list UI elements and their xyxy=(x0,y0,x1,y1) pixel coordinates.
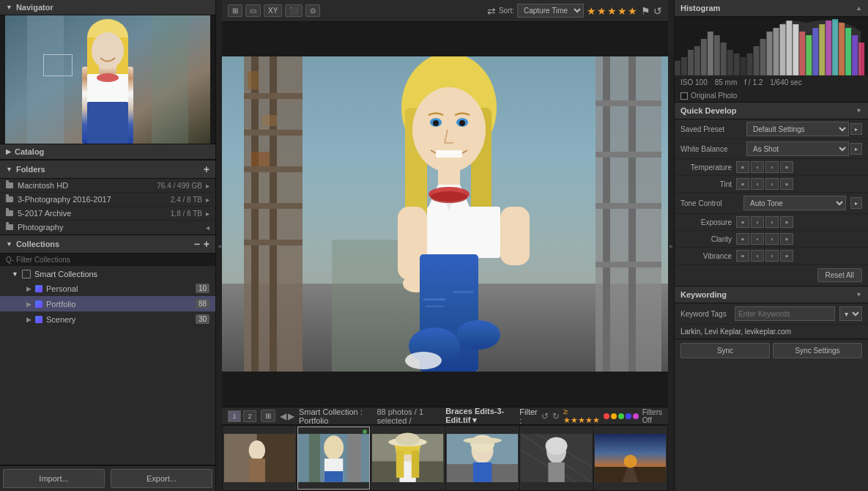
white-balance-btn[interactable]: ▸ xyxy=(850,143,862,155)
rotate-button[interactable]: ↺ xyxy=(653,5,662,17)
saved-preset-btn[interactable]: ▸ xyxy=(850,123,862,135)
collapse-arrow-right-icon: ▸ xyxy=(669,242,673,250)
svg-rect-103 xyxy=(714,35,720,75)
flag-button[interactable]: ⚑ xyxy=(641,5,650,17)
svg-point-8 xyxy=(92,32,124,69)
svg-rect-25 xyxy=(251,152,270,166)
vibrance-controls: « ‹ › » xyxy=(736,250,862,262)
exp-plus-plus-btn[interactable]: » xyxy=(780,216,793,228)
folder-item[interactable]: Photography ◂ xyxy=(0,221,215,235)
import-button[interactable]: Import... xyxy=(3,469,105,488)
filmstrip-next-button[interactable]: ▶ xyxy=(288,411,294,421)
tint-minus-minus-btn[interactable]: « xyxy=(736,178,749,190)
filmstrip-prev-button[interactable]: ◀ xyxy=(280,411,286,421)
filmstrip-thumb-selected[interactable] xyxy=(297,427,370,490)
folders-header[interactable]: ▼ Folders + xyxy=(0,160,215,179)
clarity-minus-minus-btn[interactable]: « xyxy=(736,233,749,245)
filmstrip-thumb[interactable] xyxy=(446,427,519,490)
filter-back-button[interactable]: ↺ xyxy=(541,411,549,421)
saved-preset-select[interactable]: Default Settings xyxy=(746,122,849,136)
loupe-view-button[interactable]: ▭ xyxy=(245,4,261,17)
filmstrip-file-name[interactable]: Braces Edits-3-Edit.tif ▾ xyxy=(445,407,515,425)
vib-plus-plus-btn[interactable]: » xyxy=(780,250,793,262)
export-button[interactable]: Export... xyxy=(111,469,212,488)
filter-dot-yellow[interactable] xyxy=(611,413,617,419)
folder-item[interactable]: 3-Photography 2016-2017 2.4 / 8 TB ▸ xyxy=(0,193,215,207)
clarity-controls: « ‹ › » xyxy=(736,233,862,245)
folder-item[interactable]: Macintosh HD 76.4 / 499 GB ▸ xyxy=(0,179,215,193)
filmstrip: 1 2 ⊞ ◀ ▶ Smart Collection : Portfolio 8… xyxy=(222,407,668,491)
collection-item-personal[interactable]: ▶ Personal 10 xyxy=(0,281,215,296)
filter-dot-purple[interactable] xyxy=(633,413,639,419)
survey-view-button[interactable]: ⬛ xyxy=(285,4,303,17)
folder-chevron: ▸ xyxy=(206,182,209,190)
filmstrip-thumb[interactable] xyxy=(371,427,444,490)
collection-item-portfolio[interactable]: ▶ Portfolio 88 xyxy=(0,296,215,311)
folder-chevron: ◂ xyxy=(206,224,209,232)
filmstrip-thumb[interactable] xyxy=(594,427,667,490)
page-1-button[interactable]: 1 xyxy=(228,410,241,422)
tint-plus-btn[interactable]: › xyxy=(765,178,779,190)
tint-row: Tint « ‹ › » xyxy=(675,176,868,193)
folder-item[interactable]: 5-2017 Archive 1.8 / 8 TB ▸ xyxy=(0,207,215,221)
original-photo-checkbox[interactable] xyxy=(680,92,688,100)
exp-minus-btn[interactable]: ‹ xyxy=(751,216,764,228)
histogram-header[interactable]: Histogram ▲ xyxy=(675,0,868,17)
svg-rect-17 xyxy=(270,56,277,372)
smart-collections-header[interactable]: ▼ Smart Collections xyxy=(0,267,215,281)
vib-minus-btn[interactable]: ‹ xyxy=(751,250,764,262)
compare-view-button[interactable]: XY xyxy=(264,4,282,17)
filter-dot-green[interactable] xyxy=(618,413,624,419)
filmstrip-thumb[interactable] xyxy=(223,427,296,490)
collections-header[interactable]: ▼ Collections − + xyxy=(0,235,215,254)
clarity-minus-btn[interactable]: ‹ xyxy=(751,233,764,245)
target-view-button[interactable]: ⊙ xyxy=(305,4,320,17)
clarity-plus-plus-btn[interactable]: » xyxy=(780,233,793,245)
keywording-header[interactable]: Keywording ▼ xyxy=(675,287,868,303)
keyword-tags-select[interactable]: ▾ xyxy=(839,306,862,321)
exp-minus-minus-btn[interactable]: « xyxy=(736,216,749,228)
filter-forward-button[interactable]: ↻ xyxy=(552,411,560,421)
vib-minus-minus-btn[interactable]: « xyxy=(736,250,749,262)
sort-select[interactable]: Capture Time File Name Edit Time xyxy=(517,4,584,18)
collections-minus-button[interactable]: − xyxy=(194,238,200,250)
catalog-header[interactable]: ▶ Catalog xyxy=(0,144,215,160)
navigator-header[interactable]: ▼ Navigator xyxy=(0,0,215,15)
filmstrip-thumb[interactable] xyxy=(520,427,593,490)
reset-all-button[interactable]: Reset All xyxy=(817,268,862,282)
collections-filter-input[interactable] xyxy=(0,254,215,266)
white-balance-select[interactable]: As Shot Auto Daylight xyxy=(746,141,849,156)
collections-add-button[interactable]: + xyxy=(204,238,209,250)
tone-control-select[interactable]: Auto Tone xyxy=(743,196,846,210)
exp-plus-btn[interactable]: › xyxy=(765,216,779,228)
quick-develop-header[interactable]: Quick Develop ▼ xyxy=(675,103,868,119)
sync-settings-button[interactable]: Sync Settings xyxy=(773,343,862,358)
keyword-tags-input[interactable] xyxy=(735,306,835,321)
filter-dot-blue[interactable] xyxy=(626,413,631,419)
tint-minus-btn[interactable]: ‹ xyxy=(751,178,764,190)
tint-label: Tint xyxy=(680,180,732,188)
filmstrip-grid-button[interactable]: ⊞ xyxy=(261,410,275,422)
clarity-plus-btn[interactable]: › xyxy=(765,233,779,245)
folder-name: Macintosh HD xyxy=(18,181,157,190)
temperature-row: Temperature « ‹ › » xyxy=(675,159,868,176)
temp-minus-minus-btn[interactable]: « xyxy=(736,161,749,173)
collection-item-scenery[interactable]: ▶ Scenery 30 xyxy=(0,311,215,327)
folders-add-button[interactable]: + xyxy=(204,163,209,175)
temp-plus-plus-btn[interactable]: » xyxy=(780,161,793,173)
tint-plus-plus-btn[interactable]: » xyxy=(780,178,793,190)
sync-button[interactable]: Sync xyxy=(680,343,770,358)
collection-name-scenery: Scenery xyxy=(46,315,196,324)
grid-view-button[interactable]: ⊞ xyxy=(228,4,242,17)
filter-dot-red[interactable] xyxy=(604,413,609,419)
page-2-button[interactable]: 2 xyxy=(243,410,256,422)
keywording-title: Keywording xyxy=(680,290,727,299)
temp-plus-btn[interactable]: › xyxy=(765,161,779,173)
temp-minus-btn[interactable]: ‹ xyxy=(751,161,764,173)
main-toolbar: ⊞ ▭ XY ⬛ ⊙ ⇄ Sort: Capture Time File Nam… xyxy=(222,0,668,22)
right-panel-collapse[interactable]: ▸ xyxy=(668,0,674,491)
smart-collections-label: Smart Collections xyxy=(34,270,97,278)
left-panel-collapse[interactable]: ◂ xyxy=(216,0,222,491)
vib-plus-btn[interactable]: › xyxy=(765,250,779,262)
tone-control-btn[interactable]: ▸ xyxy=(850,197,862,209)
